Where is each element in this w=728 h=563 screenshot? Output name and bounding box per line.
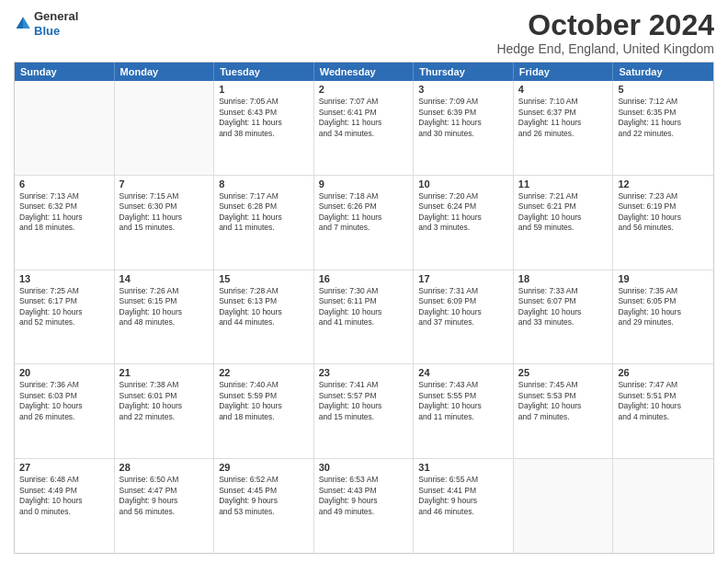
calendar: SundayMondayTuesdayWednesdayThursdayFrid… (14, 62, 714, 554)
day-number: 1 (219, 84, 309, 95)
day-number: 16 (319, 273, 409, 284)
cell-text: Sunrise: 7:45 AM Sunset: 5:53 PM Dayligh… (518, 380, 609, 422)
day-number: 9 (319, 178, 409, 190)
calendar-body: 1Sunrise: 7:05 AM Sunset: 6:43 PM Daylig… (15, 81, 713, 553)
cell-text: Sunrise: 6:52 AM Sunset: 4:45 PM Dayligh… (219, 475, 309, 517)
calendar-cell: 22Sunrise: 7:40 AM Sunset: 5:59 PM Dayli… (214, 364, 314, 458)
calendar-header: SundayMondayTuesdayWednesdayThursdayFrid… (15, 63, 713, 81)
cell-text: Sunrise: 7:30 AM Sunset: 6:11 PM Dayligh… (319, 286, 409, 328)
calendar-cell: 6Sunrise: 7:13 AM Sunset: 6:32 PM Daylig… (15, 176, 115, 270)
calendar-cell: 30Sunrise: 6:53 AM Sunset: 4:43 PM Dayli… (314, 459, 415, 553)
day-number: 3 (418, 84, 508, 95)
calendar-row: 27Sunrise: 6:48 AM Sunset: 4:49 PM Dayli… (15, 458, 713, 553)
cell-text: Sunrise: 7:47 AM Sunset: 5:51 PM Dayligh… (618, 380, 709, 422)
logo-blue: Blue (34, 24, 60, 38)
day-number: 27 (19, 462, 109, 473)
cell-text: Sunrise: 7:13 AM Sunset: 6:32 PM Dayligh… (19, 191, 109, 234)
day-number: 8 (219, 178, 309, 190)
day-number: 20 (19, 367, 109, 378)
day-number: 2 (319, 84, 409, 95)
header: General Blue October 2024 Hedge End, Eng… (14, 9, 714, 56)
calendar-cell: 14Sunrise: 7:26 AM Sunset: 6:15 PM Dayli… (115, 270, 215, 364)
day-number: 31 (418, 462, 508, 473)
cell-text: Sunrise: 7:26 AM Sunset: 6:15 PM Dayligh… (119, 286, 210, 328)
calendar-cell: 11Sunrise: 7:21 AM Sunset: 6:21 PM Dayli… (514, 176, 614, 270)
logo-general: General (34, 9, 78, 23)
calendar-cell (613, 459, 713, 553)
calendar-cell: 19Sunrise: 7:35 AM Sunset: 6:05 PM Dayli… (613, 270, 713, 364)
day-number: 23 (319, 367, 409, 378)
calendar-cell: 24Sunrise: 7:43 AM Sunset: 5:55 PM Dayli… (414, 364, 514, 458)
day-number: 30 (319, 462, 409, 473)
cell-text: Sunrise: 7:28 AM Sunset: 6:13 PM Dayligh… (219, 286, 309, 328)
calendar-cell: 4Sunrise: 7:10 AM Sunset: 6:37 PM Daylig… (514, 81, 614, 175)
day-number: 17 (418, 273, 508, 284)
title-block: October 2024 Hedge End, England, United … (496, 9, 714, 56)
day-number: 18 (518, 273, 609, 284)
calendar-cell: 3Sunrise: 7:09 AM Sunset: 6:39 PM Daylig… (414, 81, 514, 175)
calendar-cell (514, 459, 614, 553)
header-day-monday: Monday (115, 63, 215, 81)
cell-text: Sunrise: 7:20 AM Sunset: 6:24 PM Dayligh… (418, 191, 508, 234)
calendar-row: 20Sunrise: 7:36 AM Sunset: 6:03 PM Dayli… (15, 363, 713, 458)
cell-text: Sunrise: 7:31 AM Sunset: 6:09 PM Dayligh… (418, 286, 508, 328)
calendar-row: 1Sunrise: 7:05 AM Sunset: 6:43 PM Daylig… (15, 81, 713, 175)
calendar-cell: 23Sunrise: 7:41 AM Sunset: 5:57 PM Dayli… (314, 364, 415, 458)
day-number: 28 (119, 462, 210, 473)
calendar-row: 13Sunrise: 7:25 AM Sunset: 6:17 PM Dayli… (15, 270, 713, 364)
calendar-cell: 28Sunrise: 6:50 AM Sunset: 4:47 PM Dayli… (115, 459, 215, 553)
calendar-cell: 31Sunrise: 6:55 AM Sunset: 4:41 PM Dayli… (414, 459, 514, 553)
day-number: 22 (219, 367, 309, 378)
calendar-cell: 21Sunrise: 7:38 AM Sunset: 6:01 PM Dayli… (115, 364, 215, 458)
cell-text: Sunrise: 7:23 AM Sunset: 6:19 PM Dayligh… (618, 191, 709, 234)
day-number: 4 (518, 84, 609, 95)
logo-icon (14, 15, 32, 33)
cell-text: Sunrise: 6:55 AM Sunset: 4:41 PM Dayligh… (418, 475, 508, 517)
calendar-cell: 29Sunrise: 6:52 AM Sunset: 4:45 PM Dayli… (214, 459, 314, 553)
header-day-tuesday: Tuesday (214, 63, 314, 81)
calendar-cell: 26Sunrise: 7:47 AM Sunset: 5:51 PM Dayli… (613, 364, 713, 458)
cell-text: Sunrise: 7:36 AM Sunset: 6:03 PM Dayligh… (19, 380, 109, 422)
day-number: 10 (418, 178, 508, 190)
calendar-cell: 16Sunrise: 7:30 AM Sunset: 6:11 PM Dayli… (314, 270, 415, 364)
calendar-cell: 17Sunrise: 7:31 AM Sunset: 6:09 PM Dayli… (414, 270, 514, 364)
cell-text: Sunrise: 7:25 AM Sunset: 6:17 PM Dayligh… (19, 286, 109, 328)
svg-marker-1 (23, 17, 30, 29)
calendar-cell: 9Sunrise: 7:18 AM Sunset: 6:26 PM Daylig… (314, 176, 415, 270)
calendar-cell: 13Sunrise: 7:25 AM Sunset: 6:17 PM Dayli… (15, 270, 115, 364)
day-number: 12 (618, 178, 709, 190)
day-number: 15 (219, 273, 309, 284)
cell-text: Sunrise: 7:35 AM Sunset: 6:05 PM Dayligh… (618, 286, 709, 328)
logo: General Blue (14, 9, 78, 38)
day-number: 11 (518, 178, 609, 190)
calendar-cell: 18Sunrise: 7:33 AM Sunset: 6:07 PM Dayli… (514, 270, 614, 364)
header-day-saturday: Saturday (613, 63, 713, 81)
calendar-cell (115, 81, 215, 175)
cell-text: Sunrise: 7:41 AM Sunset: 5:57 PM Dayligh… (319, 380, 409, 422)
logo-text: General Blue (34, 9, 78, 38)
calendar-cell: 20Sunrise: 7:36 AM Sunset: 6:03 PM Dayli… (15, 364, 115, 458)
header-day-friday: Friday (514, 63, 614, 81)
calendar-cell (15, 81, 115, 175)
calendar-cell: 1Sunrise: 7:05 AM Sunset: 6:43 PM Daylig… (214, 81, 314, 175)
calendar-cell: 8Sunrise: 7:17 AM Sunset: 6:28 PM Daylig… (214, 176, 314, 270)
calendar-cell: 25Sunrise: 7:45 AM Sunset: 5:53 PM Dayli… (514, 364, 614, 458)
cell-text: Sunrise: 7:12 AM Sunset: 6:35 PM Dayligh… (618, 97, 709, 139)
day-number: 21 (119, 367, 210, 378)
subtitle: Hedge End, England, United Kingdom (496, 41, 714, 56)
day-number: 19 (618, 273, 709, 284)
page: General Blue October 2024 Hedge End, Eng… (0, 0, 728, 563)
calendar-cell: 12Sunrise: 7:23 AM Sunset: 6:19 PM Dayli… (613, 176, 713, 270)
day-number: 5 (618, 84, 709, 95)
day-number: 25 (518, 367, 609, 378)
calendar-cell: 10Sunrise: 7:20 AM Sunset: 6:24 PM Dayli… (414, 176, 514, 270)
cell-text: Sunrise: 7:05 AM Sunset: 6:43 PM Dayligh… (219, 97, 309, 139)
header-day-thursday: Thursday (414, 63, 514, 81)
cell-text: Sunrise: 7:43 AM Sunset: 5:55 PM Dayligh… (418, 380, 508, 422)
cell-text: Sunrise: 7:21 AM Sunset: 6:21 PM Dayligh… (518, 191, 609, 234)
month-title: October 2024 (496, 9, 714, 41)
cell-text: Sunrise: 6:50 AM Sunset: 4:47 PM Dayligh… (119, 475, 210, 517)
calendar-row: 6Sunrise: 7:13 AM Sunset: 6:32 PM Daylig… (15, 175, 713, 270)
cell-text: Sunrise: 6:53 AM Sunset: 4:43 PM Dayligh… (319, 475, 409, 517)
day-number: 7 (119, 178, 210, 190)
